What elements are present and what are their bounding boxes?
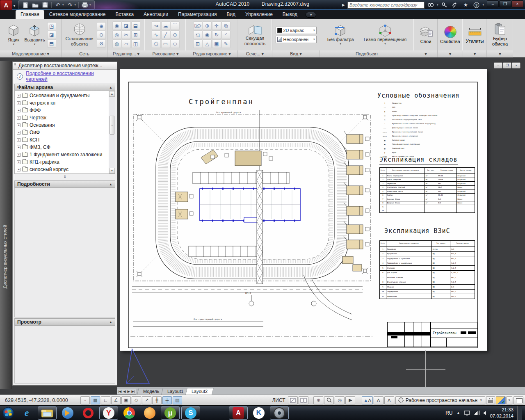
box-edit-icon[interactable]: ⬓ [131,21,140,30]
annotation-scale-button[interactable]: ▲A [362,396,372,404]
next-tab-icon[interactable]: ▶ [127,390,130,393]
layers-button[interactable]: Слои [420,39,431,44]
search-caret-icon[interactable]: ▾ [437,3,438,7]
panel-caption[interactable]: Подобъект [320,50,414,57]
taskbar-kompas-button[interactable]: K [249,406,268,420]
taskbar-opera-button[interactable] [79,406,98,420]
clean-screen-button[interactable] [514,396,523,404]
expand-icon[interactable]: + [17,109,21,112]
qat-caret-icon[interactable]: ▾ [89,3,91,7]
taskbar-ie-button[interactable]: e [17,406,36,420]
rotate-icon[interactable]: ↻ [212,30,221,39]
presspull-icon[interactable]: ◳ [47,22,56,30]
taskbar-autocad-button[interactable]: A [229,406,248,420]
quick-view-layouts-button[interactable] [299,396,308,404]
solid-icon[interactable]: ◪ [122,21,131,30]
collapse-icon[interactable]: ▲ [109,183,112,186]
chamfer-icon[interactable]: ✎ [221,39,231,48]
zoom-button[interactable] [324,396,334,404]
first-tab-icon[interactable]: |◀ [118,390,121,393]
drawing-canvas[interactable]: Диспетчер визуальных стилей – ❐ × [0,57,525,395]
named-views-combo[interactable]: Несохранен ▾ [276,36,317,43]
tray-caret-icon[interactable]: ▼ [506,396,512,404]
doc-close-button[interactable]: × [512,62,520,68]
smooth-more-icon[interactable]: ⊕ [97,22,106,30]
ducs-toggle[interactable]: ╋ [152,396,162,404]
files-section-header[interactable]: Файлы архива▲ [14,84,115,91]
subobject-filter-button[interactable]: Без фильтра▾ [326,23,355,46]
display-tray-icon[interactable] [464,411,470,415]
smooth-less-icon[interactable]: ⊖ [97,31,106,39]
expand-icon[interactable]: + [17,131,21,135]
smooth-off-icon[interactable]: ⊘ [97,39,106,48]
new-file-icon[interactable] [22,2,29,8]
taskbar-yandex-button[interactable]: Y [99,406,118,420]
preview-section-header[interactable]: Просмотр▲ [14,318,115,326]
gap-icon[interactable]: ◫ [131,39,140,48]
annotation-auto-button[interactable]: A [384,396,394,404]
favorites-star-icon[interactable]: ★ [461,1,470,9]
taskbar-gom-button[interactable] [140,406,159,420]
tray-settings-icon[interactable] [496,396,506,404]
doc-minimize-button[interactable]: – [494,62,502,68]
infocenter-expand-icon[interactable]: ▶ [341,3,346,7]
steering-wheel-button[interactable]: ◎ [335,396,345,404]
recovery-info-link[interactable]: Подробнее о восстановлении чертежей [26,71,113,82]
hidden-icons-icon[interactable]: ▲ [457,411,461,415]
expand-icon[interactable]: + [17,168,21,171]
erase-icon[interactable]: ▱ [122,39,131,48]
expand-icon[interactable]: + [17,153,21,157]
panel-caption[interactable]: Моделирование ▾ [0,50,61,57]
expand-icon[interactable]: + [17,123,21,127]
ortho-toggle[interactable]: ∟ [101,396,110,404]
extrude-face-icon[interactable]: ⎗ [193,30,202,39]
osnap-toggle[interactable]: ▣ [121,396,131,404]
annotation-visibility-button[interactable]: A [374,396,383,404]
ribbon-tab-Сетевое моделирование[interactable]: Сетевое моделирование [44,10,111,19]
revcloud-icon[interactable]: ☁ [161,21,170,30]
network-icon[interactable] [474,411,479,415]
key-subscription-icon[interactable] [440,1,449,9]
undo-caret-icon[interactable]: ▾ [62,3,64,7]
start-button[interactable] [0,406,16,420]
tree-item[interactable]: +ФМЗ, СФ [16,144,108,151]
dyn-toggle[interactable]: ┼ [162,396,172,404]
taskbar-capture-button[interactable] [270,406,289,420]
panel-caption[interactable]: Вид ▾ [272,50,320,57]
close-button[interactable]: × [511,0,523,7]
panel-caption[interactable]: Сеть [62,50,107,57]
ribbon-tab-Аннотации[interactable]: Аннотации [139,10,173,19]
expand-icon[interactable]: + [17,160,21,164]
redo-caret-icon[interactable]: ▾ [75,3,76,7]
expand-icon[interactable]: + [17,116,21,120]
help-icon[interactable]: ? [472,1,481,9]
scroll-thumb[interactable]: ≡ [110,116,114,135]
tree-item[interactable]: +1 Фундамент мелкого заложени [16,151,108,158]
smooth-object-button[interactable]: Сглаживание объекта [63,22,96,47]
qp-toggle[interactable]: ▤ [173,396,182,404]
palette-splitter[interactable]: ⇕ [13,174,117,180]
fillet-icon[interactable]: ◜ [221,30,231,39]
polysolid-icon[interactable]: ⬒ [47,39,56,48]
gizmo-button[interactable]: Гизмо перемещения▾ [363,23,408,46]
erase2-icon[interactable]: ⌦ [193,21,202,30]
panel-caption[interactable]: ▾ [438,50,463,57]
circle-icon[interactable]: ⊙ [171,30,180,39]
subtract-icon[interactable]: ◎ [112,30,121,39]
3drotate-icon[interactable]: ⊕ [203,21,212,30]
snap-toggle[interactable]: ▫ [80,396,90,404]
infocenter-search-input[interactable] [347,2,425,9]
tree-item[interactable]: +Чертеж [16,114,108,121]
details-section-header[interactable]: Подробности▲ [14,180,115,188]
language-indicator[interactable]: RU [445,410,452,416]
arc-icon[interactable]: ⌒ [171,21,180,30]
ribbon-tab-Главная[interactable]: Главная [16,10,44,19]
undo-icon[interactable]: ↶ [54,2,62,8]
polygon-icon[interactable]: ⬠ [152,39,161,48]
panel-caption[interactable]: Редактир... ▾ [107,50,145,57]
minimize-button[interactable]: – [487,0,499,7]
tree-item[interactable]: +КП1-графика [16,158,108,166]
expand-icon[interactable]: + [17,138,21,142]
polar-toggle[interactable]: ∠ [111,396,121,404]
plot-icon[interactable] [81,2,89,8]
